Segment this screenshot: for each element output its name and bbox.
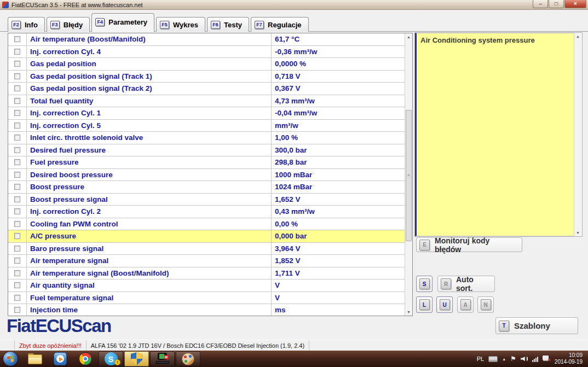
volume-icon[interactable] — [521, 356, 528, 362]
table-row[interactable]: Inlet circ. throttle solenoid valve1,00 … — [8, 132, 405, 144]
action-center-icon[interactable]: ⚑ — [510, 356, 516, 362]
network-error-icon[interactable]: × — [543, 356, 550, 362]
start-button[interactable] — [3, 352, 18, 366]
parameter-value: 1,711 V — [272, 267, 405, 279]
tab-label: Parametery — [108, 18, 147, 26]
row-checkbox[interactable] — [14, 246, 20, 252]
table-row[interactable]: Total fuel quantity4,73 mm³/w — [8, 95, 405, 108]
signal-strength-icon[interactable] — [532, 356, 538, 362]
a-button[interactable]: A — [457, 296, 474, 313]
table-row[interactable]: Air temperature signal1,852 V — [8, 255, 405, 267]
scroll-down-icon[interactable]: ▼ — [574, 229, 581, 236]
row-checkbox[interactable] — [14, 85, 20, 91]
parameter-value: V — [272, 292, 405, 304]
row-checkbox[interactable] — [14, 73, 20, 79]
table-row[interactable]: A/C pressure0,000 bar — [8, 230, 405, 243]
table-row[interactable]: Air temperature signal (Boost/Manifold)1… — [8, 267, 405, 280]
table-row[interactable]: Injection timems — [8, 304, 405, 316]
row-checkbox[interactable] — [14, 147, 20, 153]
tab-fkey-badge: F2 — [11, 21, 21, 29]
table-row[interactable]: Boost pressure1024 mBar — [8, 181, 405, 194]
row-checkbox[interactable] — [14, 49, 20, 55]
chrome-taskbar-button[interactable] — [73, 351, 98, 366]
tab-b-dy[interactable]: F3Błędy — [47, 17, 90, 32]
templates-button[interactable]: T Szablony — [495, 317, 578, 334]
row-checkbox-cell — [8, 120, 27, 132]
table-row[interactable]: Gas pedal position signal (Track 2)0,367… — [8, 83, 405, 95]
skype-taskbar-button[interactable]: S ! — [99, 351, 123, 366]
row-checkbox[interactable] — [14, 221, 20, 227]
table-row[interactable]: Desired fuel pressure300,0 bar — [8, 144, 405, 157]
table-row[interactable]: Air quantity signalV — [8, 279, 405, 292]
sort-button[interactable]: S — [416, 276, 433, 292]
parameter-name: Inlet circ. throttle solenoid valve — [27, 132, 272, 144]
parameter-name: Boost pressure signal — [27, 194, 272, 206]
scrollbar-thumb[interactable]: ≡ — [406, 110, 412, 241]
table-row[interactable]: Air temperature (Boost/Manifold)61,7 °C — [8, 33, 405, 46]
table-row[interactable]: Gas pedal position0,0000 % — [8, 58, 405, 71]
status-empty-cell — [0, 340, 15, 351]
row-checkbox[interactable] — [14, 184, 20, 190]
show-hidden-icons-button[interactable]: ▲ — [502, 357, 506, 361]
row-checkbox[interactable] — [14, 282, 20, 288]
media-player-taskbar-button[interactable] — [48, 351, 73, 366]
scroll-up-icon[interactable]: ▲ — [574, 33, 581, 40]
parameter-value: 0,718 V — [272, 71, 405, 83]
table-row[interactable]: Baro pressure signal3,964 V — [8, 243, 405, 255]
keyboard-layout-icon[interactable] — [488, 356, 498, 362]
row-checkbox[interactable] — [14, 36, 20, 42]
scroll-up-icon[interactable]: ▲ — [405, 33, 412, 40]
row-checkbox[interactable] — [14, 295, 20, 301]
row-checkbox[interactable] — [14, 307, 20, 313]
n-button[interactable]: N — [477, 296, 494, 313]
row-checkbox[interactable] — [14, 196, 20, 202]
row-checkbox[interactable] — [14, 159, 20, 165]
parameter-rows: Air temperature (Boost/Manifold)61,7 °CI… — [8, 33, 405, 316]
parameter-value: ms — [272, 304, 405, 316]
row-checkbox[interactable] — [14, 270, 20, 276]
table-row[interactable]: Inj. correction Cyl. 4-0,36 mm³/w — [8, 46, 405, 59]
clock[interactable]: 10:09 2014-09-19 — [555, 352, 583, 366]
table-row[interactable]: Fuel temperature signalV — [8, 292, 405, 305]
u-button[interactable]: U — [436, 296, 453, 313]
table-row[interactable]: Fuel pressure298,8 bar — [8, 156, 405, 169]
tab-testy[interactable]: F6Testy — [207, 17, 249, 32]
row-checkbox[interactable] — [14, 135, 20, 141]
row-checkbox[interactable] — [14, 172, 20, 178]
auto-sort-button[interactable]: R Auto sort. — [437, 276, 495, 292]
row-checkbox[interactable] — [14, 98, 20, 104]
row-checkbox[interactable] — [14, 233, 20, 239]
close-button[interactable]: × — [564, 0, 586, 8]
row-checkbox[interactable] — [14, 258, 20, 264]
parameter-value: 1024 mBar — [272, 181, 405, 193]
parameter-name: Air temperature signal — [27, 255, 272, 267]
tab-regulacje[interactable]: F7Regulacje — [251, 17, 308, 32]
diagnostic-app-taskbar-button[interactable]: M — [150, 351, 175, 366]
language-indicator[interactable]: PL — [477, 356, 484, 362]
row-checkbox[interactable] — [14, 123, 20, 129]
fiatecuscan-taskbar-button[interactable] — [124, 351, 149, 366]
table-row[interactable]: Inj. correction Cyl. 1-0,04 mm³/w — [8, 107, 405, 120]
row-checkbox[interactable] — [14, 61, 20, 67]
table-row[interactable]: Gas pedal position signal (Track 1)0,718… — [8, 71, 405, 83]
row-checkbox[interactable] — [14, 208, 20, 214]
tab-info[interactable]: F2Info — [8, 17, 45, 32]
l-button[interactable]: L — [416, 296, 433, 313]
table-row[interactable]: Inj. correction Cyl. 20,43 mm³/w — [8, 206, 405, 218]
tab-wykres[interactable]: F5Wykres — [156, 17, 205, 32]
table-row[interactable]: Boost pressure signal1,652 V — [8, 194, 405, 206]
table-row[interactable]: Desired boost pressure1000 mBar — [8, 169, 405, 182]
table-row[interactable]: Inj. correction Cyl. 5mm³/w — [8, 120, 405, 132]
paint-app-taskbar-button[interactable] — [176, 351, 200, 366]
row-checkbox[interactable] — [14, 110, 20, 116]
monitor-error-codes-button[interactable]: E Monitoruj kody błędów — [416, 237, 522, 252]
explorer-taskbar-button[interactable] — [22, 351, 48, 366]
table-scrollbar[interactable]: ▲ ≡ ▼ — [405, 33, 412, 316]
folder-icon — [28, 353, 42, 364]
minimize-button[interactable]: – — [533, 0, 548, 8]
table-row[interactable]: Cooling fan PWM control0,00 % — [8, 218, 405, 231]
scroll-down-icon[interactable]: ▼ — [405, 308, 412, 316]
tab-parametery[interactable]: F4Parametery — [91, 13, 154, 32]
description-scrollbar[interactable]: ▲ ▼ — [574, 33, 582, 236]
maximize-button[interactable]: □ — [549, 0, 564, 8]
